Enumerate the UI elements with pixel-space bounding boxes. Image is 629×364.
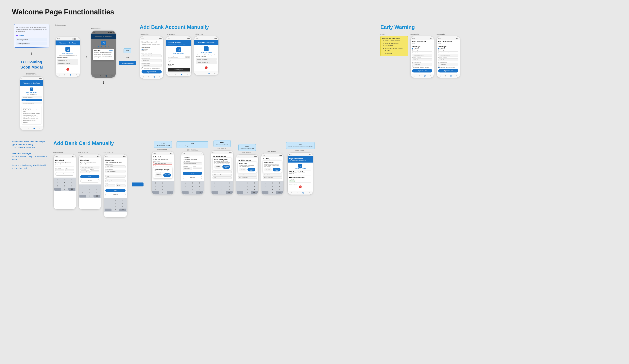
err-card-1-label: card manua... xyxy=(157,149,168,151)
builder-flow-col: Builder com... 6:41⬤⬤⬤ ●● Welcome to Blu… xyxy=(55,24,136,86)
phone-body-bc3: ◻ BlueTape Credit Make a complete and pa… xyxy=(194,45,218,66)
err-phone-1: 6:41●●● Link a Card Type in your card nu… xyxy=(152,151,174,195)
phone-tabs-1: ⌂ ↑ ◉ ≡ xyxy=(56,73,80,77)
ph-e1: 6:41●●● xyxy=(152,152,174,155)
phone-tabs-ew2: ⌂↑ ◉≡ xyxy=(437,74,460,78)
connect-ba-col: connect ba... 6:41●●● Link a Bank accoun… xyxy=(140,33,163,79)
phone-body-1: ◻ BlueTape Credit Make a complete and pa… xyxy=(56,45,80,67)
card-phone-2-col: card manua... 6:41●●● Link a Card Type i… xyxy=(78,152,101,210)
add-card-section: Add Bank Card Manually card manua... 6:4… xyxy=(53,140,146,217)
next-btn-c2[interactable]: Next xyxy=(80,175,99,178)
builder-phone-2-col: Builder com... 6:41⬤⬤⬤ ●● Welcome to Blu… xyxy=(91,28,116,86)
agree-link-btn[interactable]: Agree and link xyxy=(142,70,162,74)
left-col: The root/parent of the component, change… xyxy=(12,24,51,130)
ew-connect-2-phone: 6:41●●● Link a Bank account × Link Accou… xyxy=(437,36,460,78)
numpad-c1: 123 456 789 0⌫ xyxy=(54,178,76,191)
agree-link-btn-ew2[interactable]: Agree and link xyxy=(438,69,459,73)
cancel-btn-e2[interactable]: Cancel xyxy=(183,176,202,179)
phone-header-ew1: 6:41●●● xyxy=(411,36,434,40)
err-card-3-label: card manua... xyxy=(217,148,228,150)
cancel-btn-c2[interactable]: Cancel xyxy=(80,179,99,182)
err-4-col: noteValidating: card is invalid card man… xyxy=(236,144,259,195)
numpad-c3: 123 456 789 0⌫ xyxy=(104,198,127,212)
builder-label-sm: Builder com... xyxy=(26,73,37,75)
bottom-left: Make all the boxes the same length (go t… xyxy=(12,140,47,170)
pb-c3: Link a Card Type in your Billing Address… xyxy=(104,158,127,197)
invalid-addr-modal: Invalid Address Billing address does not… xyxy=(263,160,282,173)
numpad-e1: 123 456 789 0⌫ xyxy=(152,181,174,194)
arrow-down-2: ↓ xyxy=(91,79,116,85)
final-note: notecan edit only manually added cards a… xyxy=(286,142,315,149)
pb-e1: Link a Card Type in your card number Car… xyxy=(152,155,174,180)
early-warning-header: Early Warning xyxy=(380,24,617,30)
ph-e4: 6:41●●● xyxy=(236,155,258,158)
ph-c2: 6:41●●● xyxy=(79,154,101,158)
phone-header-bc3: 6:41●●● xyxy=(194,36,218,40)
next-btn-c3[interactable]: Next xyxy=(105,189,126,192)
primary-checkbox[interactable] xyxy=(142,67,143,69)
phone-tabs-ew1: ⌂↑ ◉≡ xyxy=(411,74,434,78)
connect-ba-phone: 6:41●●● Link a Bank account Your informa… xyxy=(140,36,163,79)
arrow-right-1: → xyxy=(83,54,88,59)
ph-e5: 6:41●●● xyxy=(261,154,284,157)
phone-header-ew2: 6:41●●● xyxy=(437,36,460,40)
pb-e2: Link a Card Type in your card number Car… xyxy=(181,155,204,180)
err-card-2-label: card manua... xyxy=(187,149,198,151)
next-btn-e2[interactable]: Next xyxy=(183,172,202,175)
err-card-5-label: card manua... xyxy=(267,151,278,153)
cancel-btn-c3[interactable]: Cancel xyxy=(105,193,126,196)
ew-connect-1-phone: 6:41●●● Link a Bank account × Link Accou… xyxy=(410,36,434,78)
security-modal: Invalid security code We were unable to … xyxy=(212,158,232,170)
err-phone-5: 6:41●●● Your Billing address Invalid Add… xyxy=(261,153,284,195)
form-field-routing: Wells Fargo xyxy=(142,59,162,62)
cancel-btn-c1[interactable]: Cancel xyxy=(55,172,74,176)
numpad-e4: 123 456 789 0⌫ xyxy=(236,181,258,194)
pm-header: Payment Methods Your information is safe… xyxy=(166,40,191,46)
bank-accu-final-col: notecan edit only manually added cards a… xyxy=(286,142,315,195)
phone-body-ew2: Link a Bank account × Link Account type … xyxy=(437,40,460,74)
builder-label-1: Builder com... xyxy=(55,24,136,26)
red-dot-final: ! xyxy=(299,185,302,188)
blue-rect xyxy=(132,182,144,186)
ph-e2: 6:41●●● xyxy=(181,152,204,155)
pb-e3: Your Billing address Invalid security co… xyxy=(211,154,233,180)
phone-tabs-bc3: ⌂↑ ◉≡ xyxy=(194,71,218,75)
phone-body-2: ◻ BlueTape Credit BlueTapeDone BlueTape … xyxy=(91,39,116,62)
builder-com-3-phone: 6:41●●● Welcome to BlueTape ◻ BlueTape C… xyxy=(194,36,219,75)
red-dot-3: ! xyxy=(205,66,208,69)
card-phone-1: 6:41●●● Link a Card Type in your card nu… xyxy=(53,154,76,210)
cbw-label: CBW xyxy=(380,33,408,35)
ph-c1: 6:41●●● xyxy=(54,154,76,158)
error-notes-row: noteCard number is invalid card manua...… xyxy=(152,140,315,195)
pb-e4: Your Billing address Invalid card We wer… xyxy=(236,158,258,180)
err-note-1: noteCard number is invalid xyxy=(154,141,172,148)
pm-body: ◻ BlueTape Credit American ExpressPrimar… xyxy=(166,46,191,68)
agree-link-btn-ew1[interactable]: Agree and link xyxy=(412,69,432,73)
framer-box: The root/parent of the component, change… xyxy=(14,24,49,48)
bank-accu-final-label: Bank accou... xyxy=(295,150,306,152)
card-phone-3: 6:41●●● Link a Card Type in your Billing… xyxy=(104,154,127,217)
phone-tabs-cba: ⌂↑ ◉≡ xyxy=(140,75,163,79)
add-bank-phones: connect ba... 6:41●●● Link a Bank accoun… xyxy=(140,33,377,79)
early-warning-phones: CBW Early Warning Error pages Routing nu… xyxy=(380,33,617,78)
err-note-4: noteValidating: card is invalid xyxy=(238,144,256,151)
phone-tabs-ba: ⌂↑ ◉≡ xyxy=(166,72,191,76)
bank-accu-phone: 6:41●●● Payment Methods Your information… xyxy=(166,36,191,77)
add-card-header: Add Bank Card Manually xyxy=(53,140,146,146)
note-label: note xyxy=(124,48,132,53)
account-type-radio: Checking Saving xyxy=(142,49,162,51)
err-note-3: noteValidating: security code xyxy=(213,140,231,147)
ew-connect-1-col: connect ba... 6:41●●● Link a Bank accoun… xyxy=(410,33,434,78)
form-label-bank: Enter bank account xyxy=(142,53,162,54)
builder-phone-2: 6:41⬤⬤⬤ ●● Welcome to BlueTape ◻ BlueTap… xyxy=(91,30,116,78)
pb-c2: Link a Card Type in your card number Car… xyxy=(79,158,101,184)
form-label-account: Account number xyxy=(142,63,162,64)
card-phone-2-label: card manua... xyxy=(78,152,101,154)
pm-bottom: + Add Payment xyxy=(166,68,191,72)
err-phone-2: 6:41●●● Link a Card Type in your card nu… xyxy=(181,152,204,195)
note-col: note → Finicity Integration xyxy=(119,48,136,65)
phone-body: ◻ BlueTape Credit For Fast Checkout Conn… xyxy=(20,86,43,126)
red-dot: ! xyxy=(66,68,69,71)
early-warning-note: Early Warning Error pages Routing number… xyxy=(380,36,408,56)
arrow-right-2: → xyxy=(125,54,130,60)
